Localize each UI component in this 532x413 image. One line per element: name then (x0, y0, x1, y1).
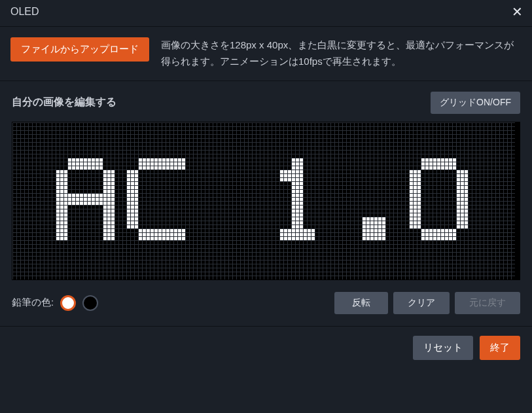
upload-help-text: 画像の大きさを128px x 40px、また白黒に変更すると、最適なパフォーマン… (161, 37, 522, 70)
pencil-color-group: 鉛筆の色: (12, 295, 98, 311)
invert-button[interactable]: 反転 (334, 292, 388, 314)
undo-button[interactable]: 元に戻す (455, 292, 520, 314)
reset-button[interactable]: リセット (413, 336, 473, 360)
grid-toggle-button[interactable]: グリッドON/OFF (431, 92, 520, 114)
titlebar: OLED ✕ (0, 0, 532, 26)
editor-title: 自分の画像を編集する (12, 96, 116, 109)
dialog-footer: リセット 終了 (0, 326, 532, 369)
editor-header: 自分の画像を編集する グリッドON/OFF (12, 92, 520, 114)
close-icon[interactable]: ✕ (512, 5, 523, 18)
dialog-title: OLED (10, 6, 39, 18)
upload-row: ファイルからアップロード 画像の大きさを128px x 40px、また白黒に変更… (10, 37, 522, 70)
upload-section: ファイルからアップロード 画像の大きさを128px x 40px、また白黒に変更… (0, 26, 532, 81)
done-button[interactable]: 終了 (480, 336, 520, 360)
editor-toolbar: 鉛筆の色: 反転 クリア 元に戻す (12, 292, 520, 314)
pixel-canvas-wrap (12, 122, 520, 280)
editor-section: 自分の画像を編集する グリッドON/OFF 鉛筆の色: 反転 クリア 元に戻す (0, 81, 532, 326)
pencil-label: 鉛筆の色: (12, 296, 54, 309)
editor-actions: 反転 クリア 元に戻す (334, 292, 520, 314)
pencil-black-swatch[interactable] (82, 295, 98, 311)
pencil-white-swatch[interactable] (60, 295, 76, 311)
pixel-canvas[interactable] (12, 122, 515, 279)
upload-button[interactable]: ファイルからアップロード (10, 37, 149, 62)
oled-dialog: OLED ✕ ファイルからアップロード 画像の大きさを128px x 40px、… (0, 0, 532, 369)
clear-button[interactable]: クリア (393, 292, 450, 314)
